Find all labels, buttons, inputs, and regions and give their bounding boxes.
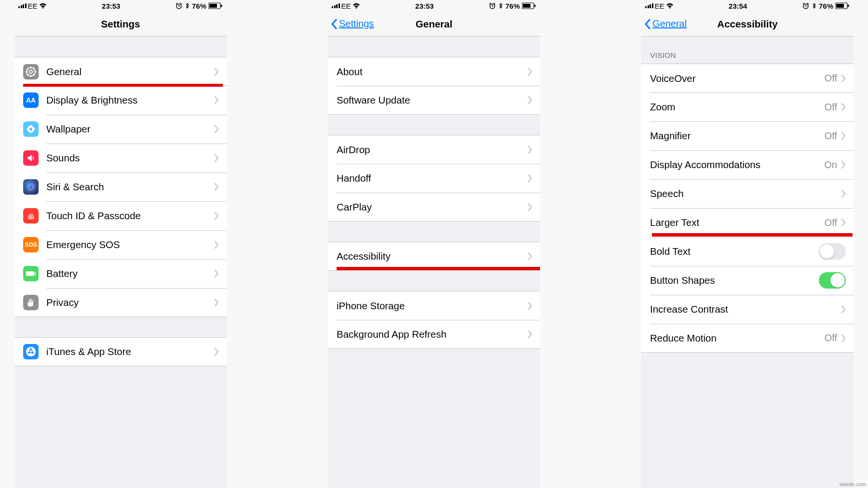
row-detail: Off: [825, 73, 837, 84]
row-label: iTunes & App Store: [46, 346, 214, 357]
row-handoff[interactable]: Handoff: [328, 164, 540, 193]
row-label: Magnifier: [650, 130, 825, 142]
row-zoom[interactable]: ZoomOff: [641, 92, 854, 121]
row-carplay[interactable]: CarPlay: [328, 193, 540, 222]
row-detail: Off: [825, 102, 837, 113]
row-label: Privacy: [46, 297, 214, 308]
bluetooth-icon: [184, 3, 190, 9]
row-siri-search[interactable]: Siri & Search: [14, 172, 227, 201]
row-display-accommodations[interactable]: Display AccommodationsOn: [641, 150, 854, 179]
speaker-icon: [23, 150, 39, 166]
wifi-icon: [666, 3, 674, 9]
svg-point-20: [28, 130, 30, 132]
status-bar: EE 23:53 76%: [328, 0, 540, 12]
wifi-icon: [39, 3, 47, 9]
battery-row-icon: [23, 266, 39, 281]
row-wallpaper[interactable]: Wallpaper: [14, 115, 227, 144]
toggle-button-shapes[interactable]: [819, 272, 846, 289]
row-label: AirDrop: [337, 144, 528, 156]
row-label: General: [46, 66, 214, 78]
row-label: Background App Refresh: [337, 329, 528, 340]
page-title: Settings: [14, 18, 227, 30]
row-button-shapes[interactable]: Button Shapes: [641, 266, 854, 295]
row-larger-text[interactable]: Larger TextOff: [641, 208, 854, 237]
toggle-bold-text[interactable]: [819, 243, 846, 260]
row-label: Bold Text: [650, 246, 819, 257]
chevron-right-icon: [214, 96, 219, 104]
battery-percent: 76%: [505, 2, 520, 10]
flower-icon: [23, 121, 39, 137]
chevron-left-icon: [331, 19, 338, 29]
row-itunes-appstore[interactable]: iTunes & App Store: [14, 337, 227, 366]
row-display-brightness[interactable]: AA Display & Brightness: [14, 86, 227, 115]
row-about[interactable]: About: [328, 57, 540, 86]
row-voiceover[interactable]: VoiceOverOff: [641, 64, 854, 92]
chevron-right-icon: [841, 161, 846, 169]
chevron-right-icon: [214, 241, 219, 249]
svg-point-24: [28, 185, 33, 189]
row-label: CarPlay: [337, 201, 528, 213]
chevron-right-icon: [214, 125, 219, 133]
svg-point-18: [28, 126, 30, 129]
chevron-right-icon: [214, 154, 219, 162]
row-airdrop[interactable]: AirDrop: [328, 135, 540, 164]
carrier-label: EE: [655, 2, 665, 10]
status-time: 23:54: [729, 2, 747, 10]
row-emergency-sos[interactable]: SOS Emergency SOS: [14, 230, 227, 259]
chevron-right-icon: [841, 132, 846, 140]
status-time: 23:53: [102, 2, 120, 10]
general-group-2: AirDrop Handoff CarPlay: [328, 135, 540, 222]
nav-bar: Settings General: [328, 12, 540, 37]
row-increase-contrast[interactable]: Increase Contrast: [641, 295, 854, 324]
svg-rect-25: [26, 271, 34, 276]
status-bar: EE 23:53 76%: [14, 0, 227, 12]
back-button[interactable]: General: [641, 18, 687, 29]
chevron-right-icon: [841, 305, 846, 313]
chevron-right-icon: [841, 334, 846, 342]
siri-icon: [23, 179, 39, 195]
signal-icon: [18, 3, 27, 8]
alarm-icon: [802, 2, 809, 9]
svg-rect-26: [35, 273, 36, 275]
chevron-right-icon: [528, 174, 532, 182]
row-accessibility[interactable]: Accessibility: [328, 242, 540, 271]
chevron-right-icon: [214, 299, 219, 306]
back-label: Settings: [339, 18, 374, 29]
row-label: Increase Contrast: [650, 303, 841, 315]
chevron-right-icon: [528, 146, 532, 154]
alarm-icon: [176, 2, 182, 9]
row-label: VoiceOver: [650, 73, 825, 84]
battery-icon: [208, 2, 223, 9]
row-reduce-motion[interactable]: Reduce MotionOff: [641, 324, 854, 353]
row-sounds[interactable]: Sounds: [14, 144, 227, 172]
row-label: Button Shapes: [650, 275, 819, 286]
row-iphone-storage[interactable]: iPhone Storage: [328, 291, 540, 320]
row-software-update[interactable]: Software Update: [328, 86, 540, 115]
row-speech[interactable]: Speech: [641, 179, 854, 208]
row-touchid-passcode[interactable]: Touch ID & Passcode: [14, 201, 227, 230]
row-label: Battery: [46, 268, 214, 279]
row-background-app-refresh[interactable]: Background App Refresh: [328, 320, 540, 349]
general-group-1: About Software Update: [328, 57, 540, 115]
row-privacy[interactable]: Privacy: [14, 288, 227, 317]
row-bold-text[interactable]: Bold Text: [641, 237, 854, 266]
row-label: Reduce Motion: [650, 332, 825, 344]
chevron-right-icon: [214, 270, 219, 277]
battery-icon: [522, 2, 536, 9]
row-detail: Off: [825, 217, 837, 228]
back-button[interactable]: Settings: [328, 18, 374, 29]
row-detail: Off: [825, 332, 837, 343]
row-label: Touch ID & Passcode: [46, 210, 214, 222]
chevron-right-icon: [214, 212, 219, 220]
sos-icon: SOS: [23, 237, 39, 252]
row-magnifier[interactable]: MagnifierOff: [641, 121, 854, 150]
row-battery[interactable]: Battery: [14, 259, 227, 288]
row-label: Software Update: [337, 94, 528, 106]
row-label: Larger Text: [650, 217, 825, 228]
row-general[interactable]: General: [14, 57, 227, 86]
phone-settings: EE 23:53 76% Settings General AA Display…: [14, 0, 227, 488]
row-label: Accessibility: [337, 251, 528, 262]
wifi-icon: [353, 3, 360, 9]
row-label: iPhone Storage: [337, 300, 528, 312]
carrier-label: EE: [341, 2, 351, 10]
